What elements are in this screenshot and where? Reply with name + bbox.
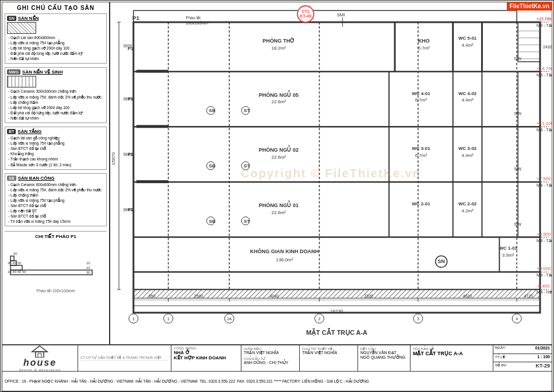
col-label-2: 2 <box>318 317 321 321</box>
ct1-circle: CT1 KT-49 <box>297 5 314 23</box>
title-top: house design & decoration CT CP TƯ VẤN T… <box>2 345 552 372</box>
phao-label: Phào lồi 100x100mm <box>5 289 107 293</box>
col-label-3: 3 <box>417 317 419 321</box>
cdt-label: CHỦ ĐẦU TƯ: <box>244 356 297 360</box>
company-label: CT CP TƯ VẤN THIẾT KẾ & TRANG TRÍ NHÀ VI… <box>80 355 169 360</box>
san-tang-content: - Gạch lát sàn gỗ công nghiệp - Lớp vữa … <box>7 135 104 167</box>
svg-rect-1 <box>10 265 22 270</box>
san-bc-content: - Gạch Ceramic 600x600mm chống trơn - Lớ… <box>7 182 104 225</box>
legend-panel: GHI CHÚ CẤU TẠO SÀN SN SÀN NỀN - Gạch Lá… <box>2 2 110 344</box>
svg-text:+3.900: +3.900 <box>537 232 551 237</box>
phaolo-annotation: Phào lồi <box>185 16 201 20</box>
dim-seg1: 850 <box>149 294 156 298</box>
room-label-wc101: WC 1-01 <box>499 246 518 251</box>
san-vs-content: - Gạch Ceramic 300x300mm chống trơn - Lớ… <box>7 89 104 121</box>
tenbv-label: TÊN BẢN VẼ: <box>413 346 490 351</box>
plan-section: Copyright © FileThietKe.vn CT1 KT-49 P1 … <box>110 2 552 344</box>
room-area-phong-tho: 18.2m² <box>271 46 286 51</box>
room-area-wc402: 4.4m² <box>461 97 474 103</box>
san-vs-title: SÀN NỀN VỆ SINH <box>22 69 63 75</box>
company-section: CT CP TƯ VẤN THIẾT KẾ & TRANG TRÍ NHÀ VI… <box>78 345 171 371</box>
svg-rect-3 <box>10 256 14 261</box>
stair-dim-t5: 2430 <box>543 45 552 49</box>
svg-text:+17.700: +17.700 <box>537 17 552 21</box>
dim-seg3: 4040 <box>269 294 279 298</box>
balcony-railing-t3-left <box>136 125 169 128</box>
cdt-value: ANH DŨNG - CHỊ THỦY <box>244 360 297 365</box>
san-nen-content: - Gạch Lát sàn 800x800mm - Lớp vữa xi mă… <box>7 35 104 61</box>
svg-text:10: 10 <box>86 266 90 270</box>
brand-logo: FileThietKe.vn <box>507 2 552 10</box>
svg-text:+11.100: +11.100 <box>537 121 552 126</box>
office-factory: FACTORY: LIÊN HỒNG - GIA LỘC - HẢI DƯƠNG <box>282 379 369 384</box>
room-area-wc202: 4.2m² <box>461 208 474 214</box>
tenbv-section: TÊN BẢN VẼ: MẶT CẮT TRỤC A-A <box>411 345 493 371</box>
svg-rect-81 <box>36 352 44 358</box>
page-container: FileThietKe.vn GHI CHÚ CẤU TẠO SÀN SN SÀ… <box>0 0 554 392</box>
tenbv-value: MẶT CẮT TRỤC A-A <box>413 351 490 356</box>
svg-text:+0.000: +0.000 <box>537 266 551 271</box>
drawing-area: GHI CHÚ CẤU TẠO SÀN SN SÀN NỀN - Gạch Lá… <box>2 2 552 345</box>
cttk-value: TRẦN VIỆT NGHĨA <box>302 351 355 355</box>
house-logo: house design & decoration <box>19 345 61 372</box>
badge-sb: SB <box>7 176 16 181</box>
room-label-phong-ngu01: PHÒNG NGỦ 01 <box>259 200 299 208</box>
dim-seg4: 2320 <box>364 294 373 298</box>
office-fax: FAX: 0320.3.550.221 <box>237 379 273 383</box>
date-label: NGÀY: <box>495 346 506 353</box>
stair-t2 <box>518 182 540 237</box>
house-brand-text: house <box>23 358 57 368</box>
house-icon-svg <box>31 345 48 358</box>
svg-marker-80 <box>32 346 47 352</box>
scale-label: TỶ LỆ: <box>495 355 506 362</box>
badge-bt: BT <box>7 129 16 134</box>
legend-san-bc: SB SÀN BAN CÔNG - Gạch Ceramic 600x600mm… <box>5 173 107 227</box>
drawno-row: SỐ BV: KT-29 <box>493 362 552 371</box>
room-area-wc301: 6.7m² <box>415 153 427 158</box>
drawing-title: MẶT CẮT TRỤC A-A <box>306 328 367 337</box>
badge-sn: SN <box>7 16 16 21</box>
balcony-railing-t2-left <box>136 180 169 183</box>
title-bottom: OFFICE : 19 - PHẠM NGỌC KHÁNH - HẢI TÂN … <box>2 372 552 391</box>
diennuoc-value: NGÔ QUANG THƯỞNG <box>360 355 408 360</box>
cdt-section: GIÁM ĐỐC: TRẦN VIỆT NGHĨA CHỦ ĐẦU TƯ: AN… <box>241 345 300 371</box>
drawno-value: KT-29 <box>535 363 550 370</box>
meta-section: NGÀY: 01/2021 TỶ LỆ: 1 : 100 SỐ BV: KT-2… <box>493 345 552 371</box>
svg-text:50: 50 <box>13 252 17 256</box>
room-label-phong-ngu02: PHÒNG NGỦ 02 <box>259 145 299 153</box>
san-tang-title: SÀN TẦNG <box>17 129 41 134</box>
col-label-1a: 1A <box>227 317 232 321</box>
san-vs-sample <box>7 76 36 88</box>
room-area-kd: 136.0m² <box>276 257 293 262</box>
room-area-wc501: 4.4m² <box>461 43 474 48</box>
legend-san-nen: SN SÀN NỀN - Gạch Lát sàn 800x800mm - Lớ… <box>5 13 107 64</box>
room-label-wc501: WC 5-01 <box>458 36 477 41</box>
scale-value: 1 : 100 <box>537 355 550 362</box>
stair-t4 <box>518 72 540 127</box>
chi-tiet-phao-section: CHI TIẾT PHÀO P1 50 30 40 50 10 40 40 50… <box>5 231 107 293</box>
room-area-wc101: 3.9m² <box>502 253 514 258</box>
phao-detail-svg: 50 30 40 50 10 40 40 50 10 10 30 <box>5 241 98 288</box>
office-location: HẢI TÂN - HẢI DƯƠNG - VIETNAM <box>135 379 197 384</box>
svg-text:MB - Tầng 2: MB - Tầng 2 <box>537 239 552 243</box>
ketcau-label: KẾT CẤU: <box>360 346 408 351</box>
badge-vs: NWG <box>7 69 20 75</box>
room-label-wc401: WC 4-01 <box>412 91 430 96</box>
svg-text:+14.700: +14.700 <box>537 66 552 71</box>
room-area-kho: 6.7m² <box>418 46 430 51</box>
san-nen-sample <box>7 22 36 34</box>
floor-h-t5: 3000 <box>123 44 132 48</box>
col-label-0: 1 <box>132 317 135 321</box>
room-label-kho: KHO <box>418 38 430 44</box>
ct1-ref: KT-49 <box>300 14 311 19</box>
date-value: 01/2021 <box>535 346 550 353</box>
room-label-wc301: WC 3-01 <box>412 146 430 151</box>
title-block: house design & decoration CT CP TƯ VẤN T… <box>2 345 552 391</box>
legend-san-vs: NWG SÀN NỀN VỆ SINH - Gạch Ceramic 300x3… <box>5 67 107 123</box>
svg-text:+7.500: +7.500 <box>537 176 551 181</box>
svg-text:MB - Tầng 6: MB - Tầng 6 <box>537 23 552 28</box>
brand-name: FileThietKe.vn <box>510 3 549 9</box>
dim-seg2: 2500 <box>194 294 204 298</box>
legend-san-tang: BT SÀN TẦNG - Gạch lát sàn gỗ công nghiệ… <box>5 127 107 170</box>
giamdoc-value: TRẦN VIỆT NGHĨA <box>244 351 297 355</box>
